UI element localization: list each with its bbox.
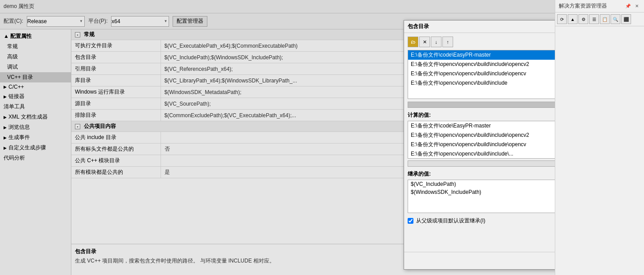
main-window: demo 属性页 ? ✕ 配置(C): Release 平台(P): x64 配… — [0, 0, 644, 275]
resource-title: 解决方案资源管理器 — [559, 2, 623, 10]
res-btn-3[interactable]: ⚙ — [578, 14, 588, 24]
dialog-toolbar-delete-btn[interactable]: ✕ — [419, 37, 430, 47]
inherit-checkbox-row: 从父级或项目默认设置继承(I) — [408, 217, 485, 225]
resource-panel: 解决方案资源管理器 📌 ✕ ⟳ ▲ ⚙ ☰ 📋 🔍 ⬛ — [555, 0, 644, 275]
dialog-overlay: 包含目录 ? ✕ 🗁 ✕ ↓ ↑ E:\备份文件\code\EasyPR-mas… — [0, 0, 644, 275]
resource-title-bar: 解决方案资源管理器 📌 ✕ — [555, 0, 644, 12]
res-btn-4[interactable]: ☰ — [589, 14, 599, 24]
dialog-toolbar-add-btn[interactable]: 🗁 — [408, 37, 418, 47]
inherit-checkbox-label: 从父级或项目默认设置继承(I) — [416, 217, 485, 225]
res-btn-5[interactable]: 📋 — [600, 14, 610, 24]
resource-toolbar: ⟳ ▲ ⚙ ☰ 📋 🔍 ⬛ — [555, 12, 644, 26]
dialog-toolbar-up-btn[interactable]: ↑ — [442, 37, 453, 47]
pin-button[interactable]: 📌 — [624, 3, 632, 10]
res-btn-2[interactable]: ▲ — [568, 14, 578, 24]
res-btn-6[interactable]: 🔍 — [611, 14, 620, 24]
resource-close-button[interactable]: ✕ — [633, 3, 640, 10]
dialog-toolbar-down-btn[interactable]: ↓ — [431, 37, 442, 47]
res-btn-1[interactable]: ⟳ — [557, 14, 567, 24]
inherit-checkbox[interactable] — [408, 218, 413, 224]
res-btn-7[interactable]: ⬛ — [621, 14, 631, 24]
